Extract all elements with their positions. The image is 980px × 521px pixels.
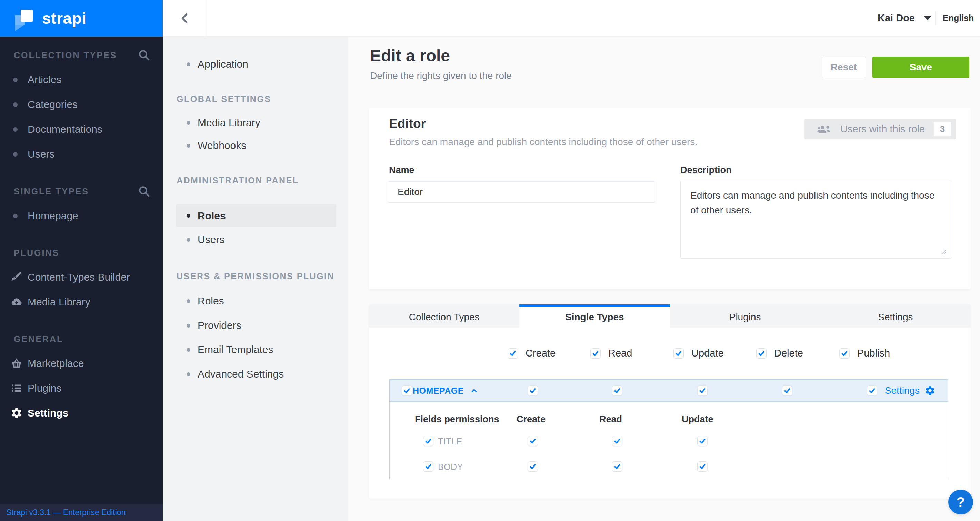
permissions-tabs: Collection Types Single Types Plugins Se… — [369, 305, 971, 327]
permissions-card: Collection Types Single Types Plugins Se… — [369, 305, 971, 499]
subnav-item-users-admin[interactable]: Users — [163, 231, 348, 248]
update-all-checkbox[interactable] — [673, 348, 684, 359]
publish-all-checkbox[interactable] — [839, 348, 850, 359]
page-subtitle: Define the rights given to the role — [370, 70, 512, 81]
action-create: Create — [508, 348, 555, 359]
bullet-icon — [186, 121, 190, 125]
bullet-icon — [186, 238, 190, 242]
tab-plugins[interactable]: Plugins — [670, 305, 820, 327]
sidebar-item-marketplace[interactable]: Marketplace — [0, 355, 163, 372]
chevron-left-icon — [178, 11, 192, 25]
action-publish: Publish — [839, 348, 890, 359]
subnav-section-users-permissions-plugin: USERS & PERMISSIONS PLUGIN — [177, 270, 334, 283]
tab-collection-types[interactable]: Collection Types — [369, 305, 519, 327]
bullet-icon — [13, 78, 18, 82]
homepage-delete-checkbox[interactable] — [782, 386, 792, 396]
version-link[interactable]: Strapi v3.3.1 — Enterprise Edition — [6, 508, 126, 517]
sidebar-item-articles[interactable]: Articles — [0, 71, 163, 88]
title-field-label: TITLE — [438, 437, 462, 446]
sidebar-item-settings[interactable]: Settings — [0, 405, 163, 421]
body-create-checkbox[interactable] — [528, 461, 538, 472]
user-menu[interactable]: Kai Doe — [878, 0, 931, 36]
help-button[interactable]: ? — [948, 489, 973, 515]
homepage-toggle[interactable]: HOMEPAGE — [413, 380, 478, 402]
sidebar-item-documentations[interactable]: Documentations — [0, 121, 163, 138]
subnav-section-administration-panel: ADMINISTRATION PANEL — [177, 174, 299, 187]
fields-col-read: Read — [599, 414, 622, 425]
subnav-item-email-templates[interactable]: Email Templates — [163, 342, 348, 358]
delete-all-checkbox[interactable] — [756, 348, 767, 359]
subnav-item-providers[interactable]: Providers — [163, 317, 348, 334]
save-button[interactable]: Save — [872, 57, 969, 78]
title-field-checkbox[interactable] — [423, 436, 433, 446]
homepage-row: HOMEPAGE Settings — [390, 380, 948, 402]
title-create-checkbox[interactable] — [528, 436, 538, 446]
homepage-create-checkbox[interactable] — [528, 386, 538, 396]
bullet-icon — [13, 102, 18, 107]
subnav-item-advanced-settings[interactable]: Advanced Settings — [163, 366, 348, 383]
users-count-badge: 3 — [934, 122, 951, 136]
gear-icon — [10, 407, 26, 419]
body-update-checkbox[interactable] — [697, 461, 708, 472]
tab-settings[interactable]: Settings — [820, 305, 971, 327]
sidebar-item-content-types-builder[interactable]: Content-Types Builder — [0, 269, 163, 286]
settings-subnav: Application GLOBAL SETTINGS Media Librar… — [163, 37, 348, 521]
role-name-heading: Editor — [389, 116, 426, 131]
gear-icon — [924, 385, 935, 396]
sidebar-item-categories[interactable]: Categories — [0, 96, 163, 113]
body-read-checkbox[interactable] — [612, 461, 622, 472]
user-name: Kai Doe — [878, 13, 915, 24]
bullet-icon — [186, 144, 190, 148]
basket-icon — [10, 357, 26, 370]
role-info-card: Editor Editors can manage and publish co… — [369, 108, 971, 289]
sidebar-item-homepage[interactable]: Homepage — [0, 208, 163, 224]
subnav-item-webhooks[interactable]: Webhooks — [163, 137, 348, 154]
bullet-icon — [13, 152, 18, 157]
create-all-checkbox[interactable] — [508, 348, 518, 359]
sidebar-footer: Strapi v3.3.1 — Enterprise Edition — [0, 504, 163, 521]
subnav-item-media-library[interactable]: Media Library — [163, 114, 348, 131]
strapi-logo-icon — [14, 8, 35, 28]
action-delete: Delete — [756, 348, 803, 359]
subnav-item-roles-admin[interactable]: Roles — [176, 205, 336, 227]
action-update: Update — [673, 348, 724, 359]
subnav-item-roles-up[interactable]: Roles — [163, 293, 348, 309]
homepage-settings-link[interactable]: Settings — [885, 380, 935, 402]
fields-col-update: Update — [682, 414, 713, 425]
fields-permissions-box: Fields permissions Create Read Update TI… — [390, 402, 948, 480]
title-update-checkbox[interactable] — [697, 436, 708, 446]
bullet-icon — [13, 214, 18, 218]
read-all-checkbox[interactable] — [590, 348, 601, 359]
search-icon[interactable] — [138, 185, 150, 198]
role-name-input[interactable] — [388, 181, 655, 203]
users-with-role-button[interactable]: Users with this role 3 — [805, 119, 956, 139]
caret-down-icon — [924, 16, 931, 20]
role-description-textarea[interactable]: Editors can manage and publish contents … — [680, 181, 951, 259]
homepage-publish-checkbox[interactable] — [867, 386, 877, 396]
reset-button[interactable]: Reset — [822, 57, 866, 78]
language-selector[interactable]: English — [943, 0, 974, 36]
topbar-divider — [935, 11, 935, 25]
bullet-icon — [186, 324, 190, 327]
subnav-section-global-settings: GLOBAL SETTINGS — [177, 93, 271, 105]
section-title: PLUGINS — [14, 248, 59, 258]
strapi-logo[interactable]: strapi — [0, 0, 163, 37]
homepage-checkbox[interactable] — [402, 386, 412, 396]
search-icon[interactable] — [138, 49, 150, 61]
sidebar-item-media-library[interactable]: Media Library — [0, 294, 163, 310]
homepage-update-checkbox[interactable] — [697, 386, 708, 396]
bullet-icon — [186, 372, 190, 376]
title-read-checkbox[interactable] — [612, 436, 622, 446]
sidebar-item-plugins[interactable]: Plugins — [0, 380, 163, 397]
description-label: Description — [680, 165, 732, 176]
section-title: SINGLE TYPES — [14, 187, 89, 197]
name-label: Name — [389, 165, 414, 176]
homepage-read-checkbox[interactable] — [612, 386, 622, 396]
sidebar-item-users[interactable]: Users — [0, 146, 163, 162]
subnav-item-application[interactable]: Application — [163, 56, 348, 72]
tab-single-types[interactable]: Single Types — [519, 305, 670, 327]
body-field-checkbox[interactable] — [423, 461, 433, 472]
role-description-text: Editors can manage and publish contents … — [389, 137, 698, 148]
back-button[interactable] — [163, 0, 207, 36]
cloud-upload-icon — [10, 296, 26, 308]
